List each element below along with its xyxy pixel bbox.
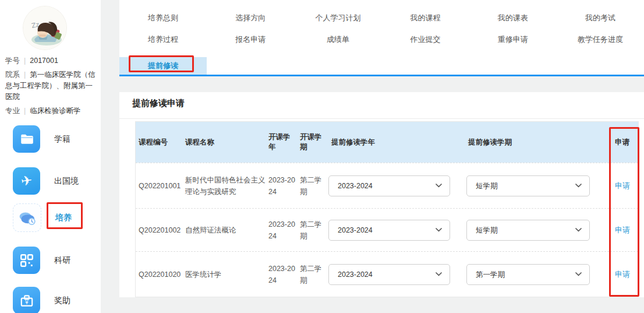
profile-label: 学号 (5, 57, 20, 65)
content-panel: 提前修读申请 课程编号 课程名称 开课学年 开课学期 提前修读学年 提前修读学期… (119, 92, 644, 297)
airplane-icon: ✈ (13, 167, 40, 195)
col-header-open-year: 开课学年 (266, 132, 297, 152)
apply-cell: 申请 (610, 180, 639, 192)
early-year-select-row1[interactable]: 2023-2024 (328, 175, 450, 196)
open-year: 2023-2024 (266, 174, 297, 198)
tab-chongxiushenqing[interactable]: 重修申请 (469, 34, 557, 45)
early-term-cell: 短学期 (461, 175, 610, 196)
open-year: 2023-2024 (266, 263, 297, 286)
profile-row-department: 院系|第一临床医学院（信息与工程学院）、附属第一医院 (5, 69, 98, 103)
tab-baomingshenqing[interactable]: 报名申请 (207, 34, 294, 45)
profile-label: 专业 (5, 107, 20, 115)
col-header-course-name: 课程名称 (182, 138, 266, 147)
early-term-select-row2[interactable]: 短学期 (466, 220, 590, 241)
sidebar-item-peiyang[interactable]: 培养 (13, 204, 72, 231)
tab-tiqianxiudu-active[interactable]: 提前修读 (119, 57, 207, 75)
sidebar-item-jiangzhu[interactable]: ¥ 奖助 (13, 287, 70, 313)
cloud-clock-icon (13, 203, 41, 232)
sidebar-item-chuguojing[interactable]: ✈ 出国境 (13, 167, 79, 195)
selected-value: 2023-2024 (338, 180, 373, 192)
folder-icon (13, 125, 40, 153)
table-row: Q202201020 医学统计学 2023-2024 第二学期 2023-202… (136, 251, 638, 297)
chevron-down-icon (575, 272, 582, 276)
open-term: 第二学期 (297, 174, 324, 198)
col-header-apply: 申请 (610, 138, 639, 147)
early-term-cell: 短学期 (461, 220, 610, 241)
apply-cell: 申请 (610, 269, 639, 280)
early-term-cell: 第一学期 (461, 264, 610, 285)
tab-wodekaoshi[interactable]: 我的考试 (557, 13, 644, 23)
student-profile: 学号|2017001 院系|第一临床医学院（信息与工程学院）、附属第一医院 专业… (5, 55, 98, 119)
tab-wodekecheng[interactable]: 我的课程 (382, 13, 469, 23)
tab-zuoyetijiao[interactable]: 作业提交 (382, 34, 469, 45)
chevron-down-icon (436, 184, 442, 188)
nav-row-1: 培养总则 选择方向 个人学习计划 我的课程 我的课表 我的考试 (119, 7, 644, 29)
selected-value: 短学期 (476, 224, 498, 236)
early-term-select-row1[interactable]: 短学期 (466, 175, 590, 196)
divider: | (24, 57, 26, 65)
tab-wodekebiao[interactable]: 我的课表 (469, 13, 557, 23)
early-term-select-row3[interactable]: 第一学期 (466, 264, 590, 285)
divider: | (24, 107, 26, 115)
selected-value: 2023-2024 (338, 224, 373, 236)
early-year-cell: 2023-2024 (324, 175, 461, 196)
divider: | (24, 71, 26, 79)
course-name: 医学统计学 (182, 269, 266, 280)
chevron-down-icon (575, 184, 582, 188)
sidebar-item-xueji[interactable]: 学籍 (13, 125, 70, 153)
sidebar-item-label: 科研 (54, 255, 70, 266)
cashbox-icon: ¥ (13, 287, 40, 313)
avatar[interactable]: Zz (23, 6, 67, 50)
early-study-table: 课程编号 课程名称 开课学年 开课学期 提前修读学年 提前修读学期 申请 Q20… (135, 121, 639, 297)
apply-link-row1[interactable]: 申请 (610, 181, 630, 190)
profile-row-major: 专业|临床检验诊断学 (5, 105, 98, 117)
top-navigation: 培养总则 选择方向 个人学习计划 我的课程 我的课表 我的考试 培养过程 报名申… (119, 0, 644, 76)
col-header-early-year: 提前修读学年 (324, 138, 461, 147)
course-code: Q202201001 (136, 180, 182, 192)
apply-link-row2[interactable]: 申请 (610, 226, 630, 234)
col-header-course-code: 课程编号 (136, 138, 182, 147)
apply-cell: 申请 (610, 224, 639, 236)
early-year-cell: 2023-2024 (324, 264, 461, 285)
qrcode-icon (13, 247, 40, 274)
chevron-down-icon (436, 228, 442, 232)
table-header-row: 课程编号 课程名称 开课学年 开课学期 提前修读学年 提前修读学期 申请 (136, 122, 638, 163)
table-row: Q202201002 自然辩证法概论 2023-2024 第二学期 2023-2… (136, 208, 638, 251)
major-value: 临床检验诊断学 (30, 107, 81, 115)
open-term: 第二学期 (297, 263, 324, 286)
sidebar-item-label: 奖助 (54, 296, 70, 306)
selected-value: 第一学期 (476, 269, 505, 280)
early-year-select-row2[interactable]: 2023-2024 (328, 220, 450, 241)
sidebar-item-label: 培养 (55, 213, 72, 223)
profile-row-student-id: 学号|2017001 (5, 55, 98, 66)
selected-value: 2023-2024 (338, 269, 373, 280)
early-year-select-row3[interactable]: 2023-2024 (328, 264, 450, 285)
nav-row-2: 培养过程 报名申请 成绩单 作业提交 重修申请 教学任务进度 (119, 29, 644, 50)
table-row: Q202201001 新时代中国特色社会主义理论与实践研究 2023-2024 … (136, 163, 638, 208)
sidebar: Zz 学号|2017001 院系|第一临床医学院（信息与工程学院）、附属第一医院… (0, 0, 101, 313)
sidebar-item-label: 学籍 (54, 134, 70, 145)
tab-peiyangzongze[interactable]: 培养总则 (119, 13, 207, 23)
open-term: 第二学期 (297, 219, 324, 242)
profile-label: 院系 (5, 71, 20, 79)
sidebar-item-label: 出国境 (54, 176, 79, 187)
apply-link-row3[interactable]: 申请 (610, 270, 630, 279)
student-id-value: 2017001 (30, 57, 58, 65)
divider (119, 118, 644, 119)
chevron-down-icon (575, 228, 582, 232)
course-code: Q202201002 (136, 224, 182, 236)
tab-gerenxuexijihua[interactable]: 个人学习计划 (294, 13, 381, 23)
course-name: 自然辩证法概论 (182, 224, 266, 236)
sidebar-item-keyan[interactable]: 科研 (13, 247, 70, 274)
col-header-early-term: 提前修读学期 (461, 138, 610, 147)
tab-chengjidan[interactable]: 成绩单 (294, 34, 381, 45)
tab-xuanzefangxiang[interactable]: 选择方向 (207, 13, 294, 23)
selected-value: 短学期 (476, 180, 498, 192)
chevron-down-icon (436, 272, 442, 276)
svg-text:¥: ¥ (25, 299, 29, 305)
col-header-open-term: 开课学期 (297, 132, 324, 152)
tab-peiyangguocheng[interactable]: 培养过程 (119, 34, 207, 45)
tab-jiaoxuerenwujindu[interactable]: 教学任务进度 (557, 34, 644, 45)
open-year: 2023-2024 (266, 219, 297, 242)
early-year-cell: 2023-2024 (324, 220, 461, 241)
